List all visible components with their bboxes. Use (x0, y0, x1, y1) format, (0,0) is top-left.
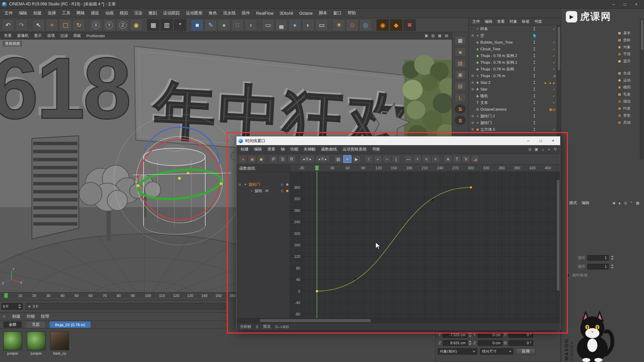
object-name[interactable]: 随机 (480, 94, 532, 99)
sweep-icon[interactable]: S (454, 104, 466, 114)
object-name[interactable]: Star (480, 87, 532, 91)
apply-button[interactable]: 应用 (516, 348, 535, 355)
stepper[interactable] (469, 340, 472, 346)
pan-icon[interactable]: + (546, 147, 552, 152)
object-manager-menu-item[interactable]: 标签 (520, 18, 532, 25)
floor-icon[interactable]: ▄ (275, 19, 288, 31)
timeline-window[interactable]: 时间线窗口 – □ × 创建编辑查看轴功能关键帧函数曲线运动剪辑系统书签 ◎▣⌂… (236, 136, 560, 330)
stepper[interactable] (469, 332, 472, 338)
key-time-field[interactable]: ◂ 0 ▸ (300, 155, 315, 163)
coord-system-icon[interactable]: ◉ (130, 19, 143, 31)
timeline-menu-item[interactable]: 书签 (369, 145, 383, 154)
slider-left-arrow-icon[interactable]: ◀ (28, 305, 30, 308)
menu-item[interactable]: 选择 (45, 9, 59, 18)
object-name[interactable]: 旋转门 (480, 120, 532, 125)
pane-quad-icon[interactable]: ▦ (437, 34, 442, 38)
menu-item[interactable]: 动画 (102, 9, 117, 18)
instance-cube-icon[interactable]: ▧ (454, 59, 466, 68)
visibility-dots-icon[interactable] (532, 121, 536, 125)
frame-all-icon[interactable]: ▣ (534, 147, 539, 152)
primitive-cube-icon[interactable]: ■ (191, 19, 204, 31)
object-manager-menu-item[interactable]: 查看 (495, 18, 507, 25)
close-button[interactable]: × (631, 0, 642, 8)
minimize-button[interactable]: – (608, 0, 619, 8)
object-tags[interactable]: ✓ (536, 67, 556, 71)
size-input[interactable]: 0 cm (478, 332, 502, 338)
break-tangent-icon[interactable]: < (422, 155, 431, 163)
menu-item[interactable]: 渲染 (131, 9, 146, 18)
quick-tab[interactable]: ▥ 合成 (618, 70, 643, 77)
track-key-dot[interactable] (286, 190, 288, 192)
visibility-dots-icon[interactable] (532, 107, 536, 111)
viewport-menu-item[interactable]: ProRender (84, 32, 108, 39)
quick-tab[interactable]: ◆ 运动 (618, 77, 643, 84)
object-name[interactable]: 样条 (480, 26, 532, 32)
ease-tangent-icon[interactable]: ( (392, 155, 400, 163)
object-tags[interactable]: ✓ (536, 41, 556, 44)
quick-tab[interactable]: ~ 描边 (618, 98, 643, 105)
object-tags[interactable]: ✓ (536, 47, 556, 51)
subdivision-surface-icon[interactable]: ● (218, 19, 230, 31)
expand-icon[interactable]: ⊞ (471, 114, 475, 118)
track-name[interactable]: 旋转门 (249, 182, 279, 187)
quick-tab[interactable]: ▭ 其他 (618, 119, 643, 126)
timeline-playhead[interactable] (4, 293, 8, 298)
visibility-dots-icon[interactable] (532, 101, 536, 105)
lock-y-icon[interactable]: Y (103, 19, 116, 31)
expand-icon[interactable]: ⊞ (471, 121, 475, 124)
sky-icon[interactable]: ● (288, 19, 301, 31)
l-axis-icon[interactable]: L (454, 93, 466, 102)
grid-icon[interactable]: ▦ (635, 200, 640, 205)
position-input[interactable]: -7.525 cm (443, 332, 468, 338)
display-icon[interactable]: ▭ (262, 19, 274, 31)
round-cube-icon[interactable]: ▣ (454, 70, 466, 79)
lock-z-icon[interactable]: Z (116, 19, 129, 31)
menu-item[interactable]: 帮助 (344, 9, 359, 18)
render-region-icon[interactable]: ▥ (160, 19, 173, 31)
maximize-button[interactable]: □ (619, 0, 631, 8)
visibility-dots-icon[interactable] (532, 60, 536, 64)
expand-icon[interactable]: ⊞ (471, 87, 475, 91)
lock-x-icon[interactable]: X (90, 19, 102, 31)
keyframe-selection-icon[interactable]: ◆ (257, 155, 265, 163)
size-input[interactable]: 0 cm (478, 340, 502, 346)
value-input[interactable]: 1 (587, 255, 609, 261)
rotation-track-icon[interactable]: R (287, 155, 296, 163)
timeline-tool-icon[interactable] (361, 155, 364, 163)
expand-icon[interactable]: ⊞ (471, 34, 475, 37)
timeline-tool-icon[interactable] (440, 155, 443, 163)
object-row[interactable]: ⊙ OctaneCamera ▣◎ (469, 106, 557, 113)
home-icon[interactable]: ⌂ (540, 147, 545, 152)
timeline-titlebar[interactable]: 时间线窗口 – □ × (236, 136, 560, 145)
material-menu-item[interactable]: 功能 (23, 313, 38, 320)
stepper[interactable] (611, 255, 614, 260)
timeline-tool-icon[interactable] (401, 155, 404, 163)
search-icon[interactable]: ◎ (623, 200, 628, 205)
object-manager-menu-item[interactable]: 编辑 (482, 18, 495, 25)
search-icon[interactable]: ◎ (527, 147, 533, 152)
viewport-menu-item[interactable]: 面板 (71, 32, 84, 39)
material-thumbnail[interactable] (50, 331, 69, 350)
scale-icon[interactable]: ▢ (59, 19, 72, 31)
dope-sheet-icon[interactable]: ▤ (334, 155, 342, 163)
scale-track-icon[interactable]: S (278, 155, 287, 163)
magnet-icon[interactable]: ◢ (471, 155, 479, 163)
object-manager-menu-item[interactable]: 文件 (470, 18, 482, 25)
pane-split-icon[interactable]: ▥ (430, 34, 436, 38)
object-tags[interactable]: ✓ (536, 27, 556, 31)
position-input[interactable]: 8.631 cm (443, 340, 468, 346)
track-toggle[interactable] (280, 189, 284, 193)
object-manager-menu-item[interactable]: 对象 (507, 18, 520, 25)
visibility-dots-icon[interactable] (532, 67, 536, 71)
menu-item[interactable]: 编辑 (16, 9, 30, 18)
object-name[interactable]: Thuja - 0.78 m 实例.1 (480, 60, 532, 65)
live-selection-icon[interactable]: ↖ (32, 19, 45, 31)
size-mode-dropdown[interactable]: 绝对尺寸 (480, 348, 514, 355)
toolbar-icon[interactable] (187, 19, 190, 31)
viewport-label[interactable]: 透视视图 (3, 41, 22, 47)
rotate-icon[interactable]: ↻ (72, 19, 85, 31)
object-row[interactable]: ~ 样条 ✓ (469, 25, 557, 32)
material-menu-item[interactable]: 创建 (9, 313, 23, 320)
visibility-dots-icon[interactable] (532, 87, 536, 91)
quick-tab[interactable]: ▤ 坐标 (618, 37, 643, 44)
